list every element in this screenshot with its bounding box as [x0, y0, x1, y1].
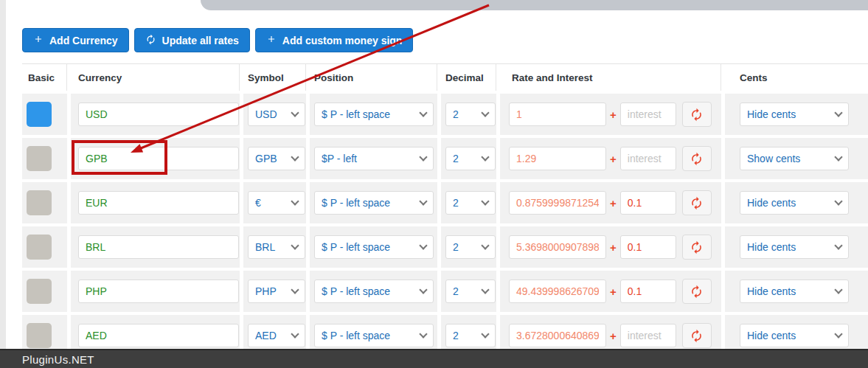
interest-input[interactable]: [620, 324, 676, 347]
rate-input[interactable]: [509, 191, 606, 215]
button-label: Add custom money sign: [282, 35, 403, 46]
refresh-rate-button[interactable]: [682, 190, 712, 215]
symbol-select-value: GPB: [255, 153, 277, 164]
decimal-cell: 2: [441, 271, 496, 312]
decimal-select[interactable]: 2: [445, 147, 496, 170]
symbol-select-value: USD: [255, 108, 277, 120]
position-select[interactable]: $ P - left space: [314, 324, 434, 347]
refresh-rate-button[interactable]: [682, 146, 712, 171]
position-select-value: $ P - left space: [322, 330, 390, 341]
currency-name-input[interactable]: [78, 147, 239, 170]
basic-cell: [22, 94, 67, 135]
currency-name-input[interactable]: [78, 235, 239, 259]
cents-select[interactable]: Hide cents: [740, 324, 849, 347]
decimal-select[interactable]: 2: [445, 191, 496, 215]
decimal-select-value: 2: [453, 153, 459, 164]
header-symbol: Symbol: [243, 64, 306, 91]
cents-select[interactable]: Hide cents: [740, 235, 849, 259]
symbol-select[interactable]: PHP: [248, 280, 305, 303]
header-position: Position: [310, 64, 437, 91]
interest-input[interactable]: [620, 235, 676, 259]
symbol-cell: PHP: [243, 271, 306, 312]
position-select-value: $P - left: [322, 153, 357, 164]
decimal-select[interactable]: 2: [445, 235, 496, 259]
position-select[interactable]: $ P - left space: [314, 191, 434, 215]
refresh-icon: [690, 196, 704, 210]
plus-sign: +: [610, 241, 617, 254]
position-select[interactable]: $ P - left space: [314, 235, 434, 259]
currency-name-input[interactable]: [78, 191, 239, 215]
table-row: PHP $ P - left space 2 +: [22, 271, 868, 312]
position-select[interactable]: $ P - left space: [314, 280, 434, 303]
button-label: Update all rates: [162, 35, 239, 46]
rate-input[interactable]: [509, 280, 606, 303]
basic-checkbox[interactable]: [27, 279, 52, 304]
rate-input[interactable]: [509, 324, 606, 347]
rate-input[interactable]: [509, 103, 606, 126]
add-currency-button[interactable]: Add Currency: [22, 28, 129, 52]
position-select[interactable]: $P - left: [314, 147, 434, 170]
cents-select[interactable]: Hide cents: [740, 103, 849, 126]
toolbar: Add Currency Update all rates Add custom…: [22, 28, 413, 52]
cents-select-value: Hide cents: [747, 285, 796, 297]
header-rate-and-interest: Rate and Interest: [500, 64, 721, 91]
cents-select[interactable]: Show cents: [740, 147, 849, 170]
plus-sign: +: [610, 330, 617, 342]
brand-label: PluginUs.NET: [0, 353, 94, 366]
currency-name-input[interactable]: [78, 324, 239, 347]
refresh-rate-button[interactable]: [682, 102, 712, 127]
table-row: GPB $P - left 2 +: [22, 138, 868, 179]
chevron-down-icon: [419, 153, 427, 161]
update-all-rates-button[interactable]: Update all rates: [134, 28, 250, 52]
symbol-select[interactable]: AED: [248, 324, 305, 347]
refresh-icon: [690, 240, 704, 254]
symbol-select-value: BRL: [255, 241, 275, 253]
basic-checkbox[interactable]: [27, 102, 52, 127]
chevron-down-icon: [481, 330, 489, 338]
interest-input[interactable]: [620, 191, 676, 215]
symbol-cell: €: [243, 182, 306, 223]
cents-select[interactable]: Hide cents: [740, 280, 849, 303]
basic-checkbox[interactable]: [27, 146, 52, 171]
chevron-down-icon: [291, 108, 299, 117]
rate-cell: +: [500, 271, 721, 312]
symbol-select[interactable]: GPB: [248, 147, 305, 170]
symbol-select[interactable]: USD: [248, 103, 305, 126]
rate-input[interactable]: [509, 235, 606, 259]
decimal-select[interactable]: 2: [445, 103, 496, 126]
basic-checkbox[interactable]: [27, 235, 52, 260]
chevron-down-icon: [291, 241, 299, 249]
symbol-select[interactable]: €: [248, 191, 305, 215]
basic-checkbox[interactable]: [27, 323, 52, 348]
symbol-select[interactable]: BRL: [248, 235, 305, 259]
interest-input[interactable]: [620, 147, 676, 170]
decimal-select[interactable]: 2: [445, 324, 496, 347]
position-select[interactable]: $ P - left space: [314, 103, 434, 126]
refresh-rate-button[interactable]: [682, 235, 712, 260]
plus-sign: +: [610, 197, 617, 209]
currency-cell: [71, 226, 240, 268]
table-row: BRL $ P - left space 2 +: [22, 226, 868, 268]
chevron-down-icon: [834, 330, 842, 338]
header-basic: Basic: [22, 64, 67, 91]
refresh-rate-button[interactable]: [682, 323, 712, 348]
cents-select[interactable]: Hide cents: [740, 191, 849, 215]
chevron-down-icon: [291, 285, 299, 294]
interest-input[interactable]: [620, 103, 676, 126]
decimal-select[interactable]: 2: [445, 280, 496, 303]
chevron-down-icon: [419, 241, 427, 249]
currencies-table: Basic Currency Symbol Position Decimal R…: [22, 63, 868, 356]
decimal-cell: 2: [441, 182, 496, 223]
chevron-down-icon: [481, 285, 489, 294]
position-cell: $ P - left space: [310, 94, 437, 135]
interest-input[interactable]: [620, 280, 676, 303]
currency-name-input[interactable]: [78, 280, 239, 303]
add-custom-money-sign-button[interactable]: Add custom money sign: [255, 28, 414, 52]
decimal-select-value: 2: [453, 197, 459, 209]
symbol-select-value: AED: [255, 330, 277, 341]
currency-name-input[interactable]: [78, 103, 239, 126]
refresh-rate-button[interactable]: [682, 279, 712, 304]
rate-input[interactable]: [509, 147, 606, 170]
basic-checkbox[interactable]: [27, 190, 52, 215]
position-cell: $ P - left space: [310, 226, 437, 268]
